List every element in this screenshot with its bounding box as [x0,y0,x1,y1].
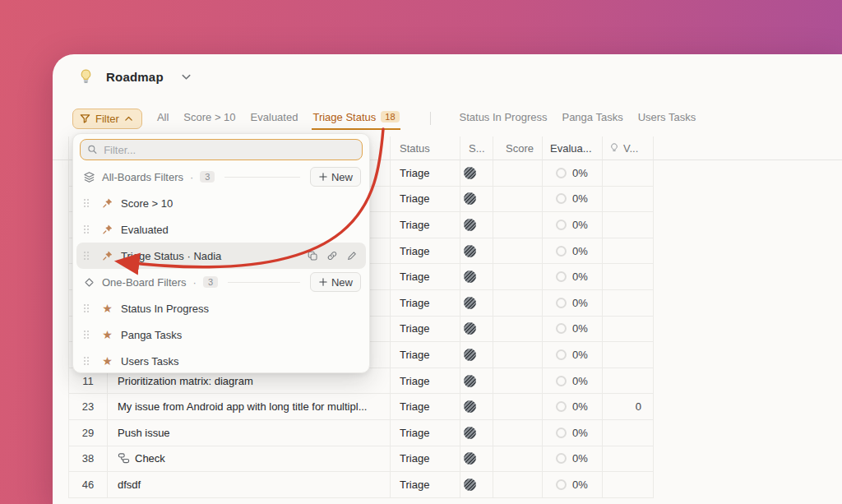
row-score[interactable] [493,290,543,317]
row-status[interactable]: Triage [391,317,460,343]
row-status[interactable]: Triage [391,290,460,317]
row-score[interactable] [493,238,543,265]
drag-handle-icon[interactable] [83,330,90,340]
row-assignee[interactable] [460,290,493,317]
row-value[interactable] [603,187,654,213]
edit-pencil-icon[interactable] [346,250,358,261]
drag-handle-icon[interactable] [83,224,90,234]
table-row[interactable]: 38 Check Triage 0% [53,446,842,473]
duplicate-icon[interactable] [307,250,318,261]
row-score[interactable] [493,472,543,498]
filter-item-status-in-progress[interactable]: ★ Status In Progress [76,295,366,321]
row-value[interactable] [603,368,654,395]
row-assignee[interactable] [460,420,493,446]
row-evaluation[interactable]: 0% [543,187,603,213]
row-status[interactable]: Triage [391,472,460,498]
row-assignee[interactable] [460,394,493,420]
table-row[interactable]: 46 dfsdf Triage 0% [53,472,842,498]
row-score[interactable] [493,420,543,446]
drag-handle-icon[interactable] [83,251,90,261]
tab-score-gt-10[interactable]: Score > 10 [183,108,236,130]
row-status[interactable]: Triage [391,342,460,368]
row-value[interactable] [603,160,654,187]
row-value[interactable]: 0 [603,394,654,420]
filter-search-input[interactable] [104,144,355,156]
row-title[interactable]: Push issue [108,420,391,446]
row-assignee[interactable] [460,238,493,265]
row-score[interactable] [493,317,543,343]
row-score[interactable] [493,264,543,290]
row-value[interactable] [603,472,654,498]
row-status[interactable]: Triage [391,368,460,395]
row-status[interactable]: Triage [391,264,460,290]
tab-panga-tasks[interactable]: Panga Tasks [561,108,623,130]
link-icon[interactable] [326,250,338,261]
filter-item-score-gt-10[interactable]: Score > 10 [76,190,366,216]
row-assignee[interactable] [460,472,493,498]
row-score[interactable] [493,368,543,395]
new-all-boards-filter-button[interactable]: New [310,167,361,187]
column-header-score[interactable]: Score [493,136,543,160]
tab-users-tasks[interactable]: Users Tasks [637,108,697,130]
row-evaluation[interactable]: 0% [543,238,603,265]
filter-button[interactable]: Filter [72,109,142,129]
drag-handle-icon[interactable] [83,303,90,313]
row-evaluation[interactable]: 0% [543,290,603,317]
tab-status-in-progress[interactable]: Status In Progress [459,108,548,130]
row-value[interactable] [603,238,654,265]
row-evaluation[interactable]: 0% [543,394,603,420]
row-score[interactable] [493,212,543,238]
row-assignee[interactable] [460,160,493,187]
column-header-evaluation[interactable]: Evalua... [543,136,603,160]
drag-handle-icon[interactable] [83,198,90,208]
row-status[interactable]: Triage [391,160,460,187]
row-score[interactable] [493,187,543,213]
row-evaluation[interactable]: 0% [543,317,603,343]
row-status[interactable]: Triage [391,446,460,473]
row-evaluation[interactable]: 0% [543,212,603,238]
row-title[interactable]: Check [108,446,391,473]
row-value[interactable] [603,420,654,446]
row-status[interactable]: Triage [391,212,460,238]
row-value[interactable] [603,446,654,473]
filter-item-users-tasks[interactable]: ★ Users Tasks [76,348,366,373]
filter-item-triage-status-nadia[interactable]: Triage Status · Nadia [76,243,366,269]
row-evaluation[interactable]: 0% [543,264,603,290]
new-one-board-filter-button[interactable]: New [310,272,361,292]
row-evaluation[interactable]: 0% [543,368,603,395]
row-value[interactable] [603,317,654,343]
filter-item-panga-tasks[interactable]: ★ Panga Tasks [76,321,366,348]
row-assignee[interactable] [460,264,493,290]
row-score[interactable] [493,446,543,473]
row-assignee[interactable] [460,368,493,395]
row-status[interactable]: Triage [391,394,460,420]
row-evaluation[interactable]: 0% [543,446,603,473]
column-header-value[interactable]: V... [603,136,654,160]
filter-item-evaluated[interactable]: Evaluated [76,216,366,243]
row-value[interactable] [603,212,654,238]
row-evaluation[interactable]: 0% [543,342,603,368]
row-assignee[interactable] [460,342,493,368]
drag-handle-icon[interactable] [83,356,90,366]
tab-all[interactable]: All [156,108,169,130]
row-score[interactable] [493,342,543,368]
table-row[interactable]: 29 Push issue Triage 0% [53,420,842,446]
row-evaluation[interactable]: 0% [543,472,603,498]
row-assignee[interactable] [460,317,493,343]
row-evaluation[interactable]: 0% [543,420,603,446]
row-value[interactable] [603,342,654,368]
row-status[interactable]: Triage [391,238,460,265]
tab-triage-status[interactable]: Triage Status 18 [312,108,400,130]
table-row[interactable]: 23 My issue from Android app with long t… [53,394,842,420]
row-assignee[interactable] [460,446,493,473]
row-assignee[interactable] [460,212,493,238]
column-header-s[interactable]: S... [460,136,493,160]
row-score[interactable] [493,160,543,187]
chevron-down-icon[interactable] [180,71,192,83]
row-assignee[interactable] [460,187,493,213]
row-evaluation[interactable]: 0% [543,160,603,187]
row-value[interactable] [603,264,654,290]
row-status[interactable]: Triage [391,420,460,446]
column-header-status[interactable]: Status [391,136,460,160]
row-status[interactable]: Triage [391,187,460,213]
